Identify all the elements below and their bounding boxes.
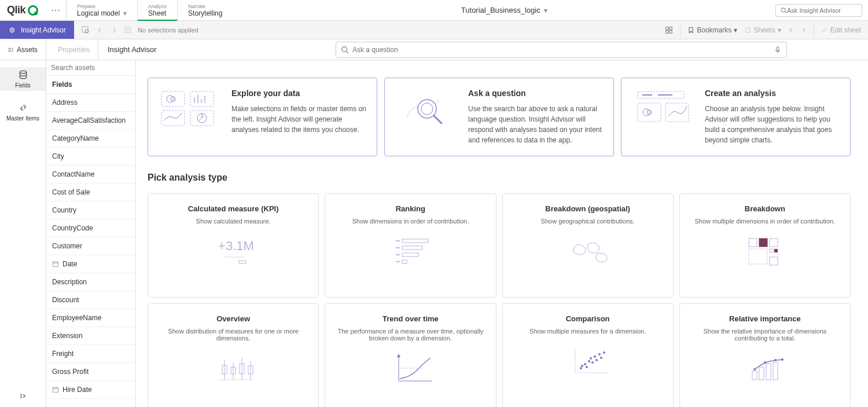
question-search-box[interactable] bbox=[336, 42, 787, 58]
analysis-illustration bbox=[387, 351, 433, 386]
svg-rect-8 bbox=[670, 27, 672, 29]
insight-advisor-button[interactable]: Insight Advisor bbox=[0, 21, 74, 39]
nav-tab-prepare[interactable]: Prepare Logical model▾ bbox=[66, 0, 137, 20]
selections-tool-icon[interactable] bbox=[665, 26, 673, 34]
qlik-logo[interactable]: Qlik bbox=[0, 0, 45, 20]
analysis-desc: Show geographical contributions. bbox=[541, 218, 635, 225]
analysis-illustration bbox=[742, 234, 788, 269]
fields-panel: Fields AddressAverageCallSatisfactionCat… bbox=[46, 60, 136, 407]
analysis-title: Relative importance bbox=[729, 314, 801, 323]
analysis-card[interactable]: Trend over timeThe performance of a meas… bbox=[325, 303, 496, 407]
sheets-button[interactable]: Sheets ▾ bbox=[744, 26, 781, 34]
analysis-card[interactable]: OverviewShow distribution of measures fo… bbox=[148, 303, 319, 407]
edit-sheet-button[interactable]: Edit sheet bbox=[821, 26, 861, 34]
header-search-input[interactable] bbox=[787, 7, 857, 14]
nav-tab-narrate[interactable]: Narrate Storytelling bbox=[177, 0, 233, 20]
rail-fields[interactable]: Fields bbox=[0, 67, 46, 91]
field-item[interactable]: Gross Profit bbox=[46, 363, 135, 381]
hero-create[interactable]: Create an analysis Choose an analysis ty… bbox=[621, 78, 851, 156]
analysis-card[interactable]: Calculated measure (KPI)Show calculated … bbox=[148, 193, 319, 298]
field-item[interactable]: CountryCode bbox=[46, 219, 135, 237]
header-search[interactable] bbox=[775, 4, 862, 17]
analysis-card[interactable]: Relative importanceShow the relative imp… bbox=[679, 303, 851, 407]
more-menu-button[interactable]: ⋯ bbox=[45, 5, 66, 16]
svg-point-84 bbox=[581, 365, 583, 367]
svg-rect-60 bbox=[402, 260, 407, 263]
left-rail: Fields Master items bbox=[0, 60, 46, 407]
svg-rect-12 bbox=[9, 48, 13, 52]
analysis-desc: Show multiple measures for a dimension. bbox=[529, 328, 646, 335]
field-item[interactable]: AverageCallSatisfaction bbox=[46, 112, 135, 130]
field-item[interactable]: CategoryName bbox=[46, 130, 135, 148]
svg-point-86 bbox=[586, 366, 588, 368]
analysis-card[interactable]: Breakdown (geospatial)Show geographical … bbox=[502, 193, 674, 298]
analysis-desc: The performance of a measure over time, … bbox=[333, 328, 487, 342]
svg-point-19 bbox=[20, 71, 26, 74]
database-icon bbox=[18, 69, 28, 80]
bookmarks-button[interactable]: Bookmarks ▾ bbox=[687, 26, 737, 34]
properties-toggle[interactable]: Properties bbox=[46, 39, 98, 60]
next-sheet-icon[interactable] bbox=[801, 27, 807, 33]
svg-point-102 bbox=[781, 358, 784, 361]
svg-point-3 bbox=[12, 29, 13, 31]
insight-advisor-label: Insight Advisor bbox=[21, 26, 66, 34]
svg-rect-37 bbox=[161, 111, 185, 126]
nav-tab-analyze[interactable]: Analyze Sheet bbox=[137, 0, 177, 20]
assets-toggle[interactable]: Assets bbox=[0, 39, 46, 60]
no-selections-text: No selections applied bbox=[138, 27, 198, 34]
svg-point-89 bbox=[591, 361, 594, 364]
search-icon bbox=[781, 7, 787, 14]
svg-rect-67 bbox=[770, 257, 778, 265]
field-item[interactable]: Extension bbox=[46, 327, 135, 345]
clear-selections-icon[interactable] bbox=[124, 26, 132, 34]
field-item[interactable]: Customer bbox=[46, 237, 135, 255]
analysis-card[interactable]: BreakdownShow multiple dimensions in ord… bbox=[679, 193, 851, 298]
hero-ask[interactable]: Ask a question Use the search bar above … bbox=[384, 78, 614, 156]
calendar-icon bbox=[52, 386, 59, 393]
field-item[interactable]: Description bbox=[46, 273, 135, 291]
analysis-desc: Show the relative importance of dimensio… bbox=[688, 328, 842, 342]
sheet-icon bbox=[744, 27, 751, 34]
svg-rect-7 bbox=[666, 27, 668, 29]
svg-rect-29 bbox=[161, 91, 185, 107]
svg-point-87 bbox=[588, 360, 590, 362]
hero-explore[interactable]: Explore your data Make selections in fie… bbox=[148, 78, 377, 156]
ask-illustration bbox=[395, 89, 459, 129]
svg-point-88 bbox=[590, 357, 592, 360]
rail-master-items[interactable]: Master items bbox=[0, 100, 46, 124]
microphone-icon[interactable] bbox=[774, 46, 782, 54]
hero-desc: Choose an analysis type below. Insight A… bbox=[705, 104, 840, 145]
svg-rect-10 bbox=[670, 30, 672, 32]
hero-title: Create an analysis bbox=[705, 89, 840, 98]
analysis-card[interactable]: ComparisonShow multiple measures for a d… bbox=[502, 303, 674, 407]
nav-tabs: Prepare Logical model▾ Analyze Sheet Nar… bbox=[66, 0, 233, 20]
analysis-card[interactable]: RankingShow dimensions in order of contr… bbox=[325, 193, 496, 298]
field-item[interactable]: Discount bbox=[46, 291, 135, 309]
step-back-icon[interactable] bbox=[96, 26, 104, 34]
field-item[interactable]: Address bbox=[46, 94, 135, 112]
prev-sheet-icon[interactable] bbox=[788, 27, 794, 33]
svg-point-94 bbox=[603, 351, 605, 354]
fields-search-input[interactable] bbox=[51, 64, 131, 72]
field-item[interactable]: Date bbox=[46, 255, 135, 273]
analysis-desc: Show dimensions in order of contribution… bbox=[352, 218, 469, 225]
analysis-title: Ranking bbox=[396, 204, 425, 213]
question-input[interactable] bbox=[352, 46, 774, 54]
rail-collapse[interactable] bbox=[19, 392, 27, 400]
svg-rect-61 bbox=[749, 239, 757, 247]
field-item[interactable]: Country bbox=[46, 201, 135, 219]
svg-point-100 bbox=[764, 361, 766, 364]
field-item[interactable]: ContactName bbox=[46, 166, 135, 184]
analysis-title: Comparison bbox=[566, 314, 610, 323]
field-item[interactable]: EmployeeName bbox=[46, 309, 135, 327]
smart-search-icon[interactable] bbox=[81, 25, 90, 35]
svg-text:+3.1M: +3.1M bbox=[218, 239, 254, 253]
field-item[interactable]: Freight bbox=[46, 345, 135, 363]
analysis-grid: Calculated measure (KPI)Show calculated … bbox=[148, 193, 851, 407]
field-item[interactable]: Hire Date bbox=[46, 381, 135, 399]
fields-list[interactable]: AddressAverageCallSatisfactionCategoryNa… bbox=[46, 94, 135, 407]
field-item[interactable]: City bbox=[46, 148, 135, 166]
app-title-area[interactable]: Tutorial_Business_logic ▾ bbox=[233, 6, 775, 14]
field-item[interactable]: Cost of Sale bbox=[46, 184, 135, 201]
step-forward-icon[interactable] bbox=[110, 26, 118, 34]
